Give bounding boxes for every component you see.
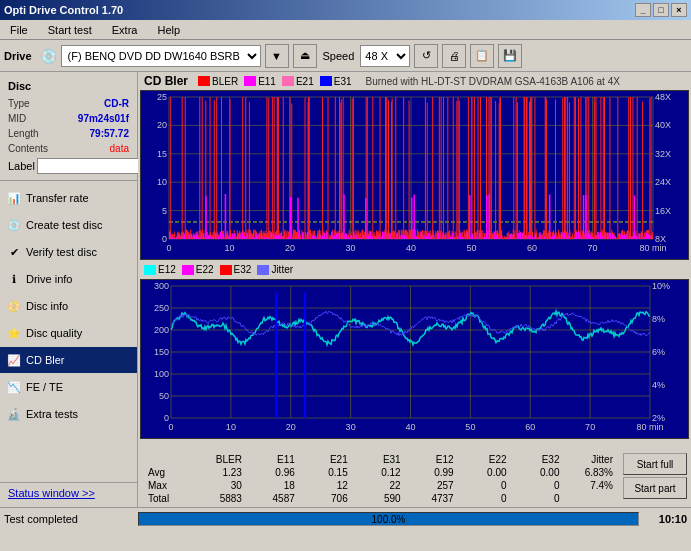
progress-label: 100.0% [139,514,638,525]
main-content: CD Bler BLER E11 E21 E31 Burned with HL-… [138,72,691,507]
status-bar: Test completed 100.0% 10:10 [0,507,691,529]
drive-refresh-button[interactable]: ▼ [265,44,289,68]
jitter-color [257,265,269,275]
sidebar-nav: 📊 Transfer rate 💿 Create test disc ✔ Ver… [0,181,137,431]
stats-total-e11: 4587 [248,492,301,505]
status-text: Test completed [4,513,134,525]
burned-info: Burned with HL-DT-ST DVDRAM GSA-4163B A1… [366,76,620,87]
drive-label: Drive [4,50,32,62]
legend-bler: BLER [198,76,238,87]
e31-color [320,76,332,86]
nav-disc-quality-label: Disc quality [26,327,82,339]
stats-row-total: Total 5883 4587 706 590 4737 0 0 [142,492,619,505]
progress-bar: 100.0% [138,512,639,526]
disc-type-value: CD-R [104,96,129,111]
stats-section: BLER E11 E21 E31 E12 E22 E32 Jitter Avg … [138,451,691,507]
stats-header-bler: BLER [195,453,248,466]
disc-mid-row: MID 97m24s01f [8,111,129,126]
nav-transfer-rate[interactable]: 📊 Transfer rate [0,185,137,211]
stats-avg-jitter: 6.83% [566,466,620,479]
stats-total-e22: 0 [460,492,513,505]
stats-header-e12: E12 [407,453,460,466]
bler-label: BLER [212,76,238,87]
close-button[interactable]: × [671,3,687,17]
legend-e11: E11 [244,76,276,87]
stats-avg-e11: 0.96 [248,466,301,479]
nav-fe-te[interactable]: 📉 FE / TE [0,374,137,400]
stats-table: BLER E11 E21 E31 E12 E22 E32 Jitter Avg … [142,453,619,505]
menu-extra[interactable]: Extra [106,22,144,38]
toolbar-btn4[interactable]: 💾 [498,44,522,68]
drive-selector[interactable]: (F) BENQ DVD DD DW1640 BSRB [61,45,261,67]
stats-total-e31: 590 [354,492,407,505]
status-window-button[interactable]: Status window >> [8,487,95,499]
toolbar-btn2[interactable]: 🖨 [442,44,466,68]
stats-avg-e21: 0.15 [301,466,354,479]
stats-max-bler: 30 [195,479,248,492]
stats-max-jitter: 7.4% [566,479,620,492]
stats-max-e32: 0 [513,479,566,492]
disc-contents-label: Contents [8,141,48,156]
disc-type-row: Type CD-R [8,96,129,111]
nav-extra-tests-label: Extra tests [26,408,78,420]
e21-color [282,76,294,86]
menu-file[interactable]: File [4,22,34,38]
cd-bler-icon: 📈 [6,352,22,368]
transfer-rate-icon: 📊 [6,190,22,206]
chart-bottom [140,279,689,439]
bler-color [198,76,210,86]
stats-header-row [142,453,195,466]
minimize-button[interactable]: _ [635,3,651,17]
disc-section: Disc Type CD-R MID 97m24s01f Length 79:5… [0,76,137,181]
start-full-button[interactable]: Start full [623,453,687,475]
disc-label-row: Label ↺ [8,158,129,174]
extra-tests-icon: 🔬 [6,406,22,422]
drive-eject-button[interactable]: ⏏ [293,44,317,68]
nav-cd-bler[interactable]: 📈 CD Bler [0,347,137,373]
stats-row-max: Max 30 18 12 22 257 0 0 7.4% [142,479,619,492]
nav-disc-info[interactable]: 📀 Disc info [0,293,137,319]
nav-extra-tests[interactable]: 🔬 Extra tests [0,401,137,427]
start-part-button[interactable]: Start part [623,477,687,499]
nav-disc-quality[interactable]: ⭐ Disc quality [0,320,137,346]
disc-contents-row: Contents data [8,141,129,156]
speed-label: Speed [323,50,355,62]
stats-total-e32: 0 [513,492,566,505]
stats-total-jitter [566,492,620,505]
chart-top [140,90,689,260]
e32-color [220,265,232,275]
menu-help[interactable]: Help [151,22,186,38]
bler-chart-canvas [141,91,688,259]
stats-avg-bler: 1.23 [195,466,248,479]
legend-e12: E12 [144,264,176,275]
disc-length-value: 79:57.72 [90,126,129,141]
maximize-button[interactable]: □ [653,3,669,17]
nav-create-test-disc[interactable]: 💿 Create test disc [0,212,137,238]
disc-label-label: Label [8,160,35,172]
nav-fe-te-label: FE / TE [26,381,63,393]
legend-e32: E32 [220,264,252,275]
stats-header-e11: E11 [248,453,301,466]
create-test-disc-icon: 💿 [6,217,22,233]
nav-verify-test-disc[interactable]: ✔ Verify test disc [0,239,137,265]
stats-max-label: Max [142,479,195,492]
speed-selector[interactable]: 48 X [360,45,410,67]
chart-title: CD Bler [144,74,188,88]
disc-length-label: Length [8,126,39,141]
stats-max-e21: 12 [301,479,354,492]
e11-label: E11 [258,76,276,87]
verify-test-disc-icon: ✔ [6,244,22,260]
menu-start-test[interactable]: Start test [42,22,98,38]
stats-total-e12: 4737 [407,492,460,505]
nav-drive-info[interactable]: ℹ Drive info [0,266,137,292]
stats-buttons: Start full Start part [623,453,687,499]
drive-icon: 💿 [40,48,57,64]
stats-max-e11: 18 [248,479,301,492]
nav-disc-info-label: Disc info [26,300,68,312]
nav-cd-bler-label: CD Bler [26,354,65,366]
stats-avg-label: Avg [142,466,195,479]
toolbar-btn1[interactable]: ↺ [414,44,438,68]
app-title: Opti Drive Control 1.70 [4,4,123,16]
toolbar-btn3[interactable]: 📋 [470,44,494,68]
sidebar: Disc Type CD-R MID 97m24s01f Length 79:5… [0,72,138,507]
